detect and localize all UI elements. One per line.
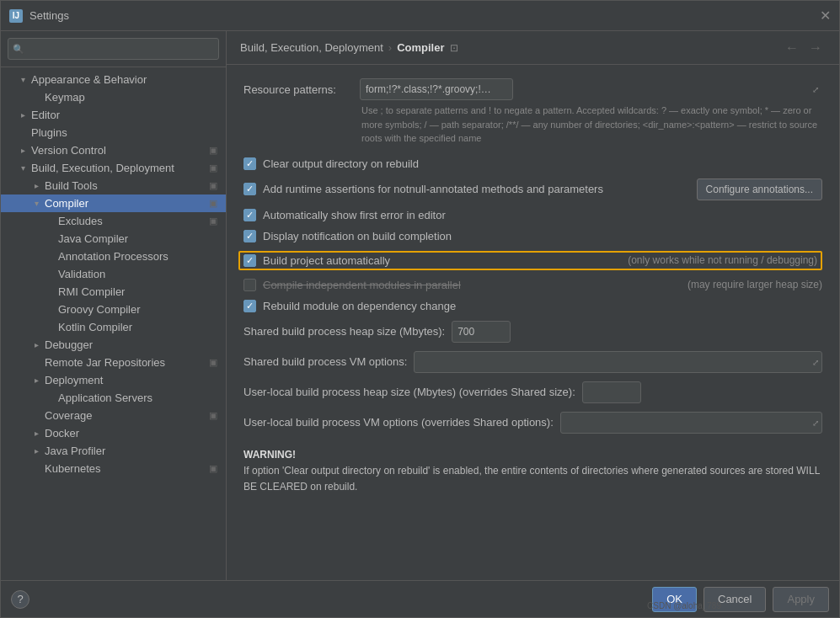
shared-vm-input-wrap: ⤢: [414, 351, 822, 373]
sidebar-item-label: Kubernetes: [45, 462, 101, 475]
check-row-runtime-assertions: ✓ Add runtime assertions for notnull-ann…: [243, 178, 822, 200]
sidebar-item-build-exec-deploy[interactable]: Build, Execution, Deployment ▣: [1, 159, 226, 177]
sidebar-item-label: Kotlin Compiler: [58, 321, 132, 333]
user-vm-input[interactable]: [560, 412, 822, 434]
breadcrumb: Build, Execution, Deployment › Compiler …: [240, 41, 458, 54]
pin-icon[interactable]: ⊡: [450, 42, 458, 54]
sidebar-item-label: Keymap: [45, 91, 85, 104]
sidebar-item-kubernetes[interactable]: Kubernetes ▣: [1, 460, 226, 477]
check-label-build-auto: Build project automatically: [263, 254, 390, 267]
check-row-build-auto: ✓ Build project automatically (only work…: [238, 251, 822, 270]
check-row-display-notification: ✓ Display notification on build completi…: [243, 230, 822, 242]
resource-input-wrap: ⤢: [360, 78, 822, 100]
close-button[interactable]: ✕: [820, 9, 831, 23]
badge-icon: ▣: [207, 162, 219, 174]
sidebar-item-label: Deployment: [45, 374, 103, 386]
sidebar-item-kotlin-compiler[interactable]: Kotlin Compiler: [1, 318, 226, 336]
search-wrap: [8, 38, 219, 60]
sidebar-item-validation[interactable]: Validation: [1, 265, 226, 283]
warning-title: WARNING!: [243, 447, 822, 463]
sidebar-item-plugins[interactable]: Plugins: [1, 124, 226, 141]
user-vm-expand-icon[interactable]: ⤢: [812, 418, 819, 427]
breadcrumb-parent: Build, Execution, Deployment: [240, 41, 383, 54]
nav-arrows: ← →: [782, 39, 826, 57]
check-label-runtime-assertions: Add runtime assertions for notnull-annot…: [263, 183, 603, 195]
help-button[interactable]: ?: [11, 590, 29, 609]
sidebar-item-java-compiler[interactable]: Java Compiler: [1, 230, 226, 248]
checkbox-display-notification[interactable]: ✓: [243, 230, 256, 242]
badge-icon: ▣: [207, 198, 219, 210]
title-bar-left: IJ Settings: [9, 9, 69, 23]
checkbox-runtime-assertions[interactable]: ✓: [243, 183, 256, 195]
breadcrumb-separator: ›: [388, 41, 392, 54]
user-vm-row: User-local build process VM options (ove…: [243, 412, 822, 434]
sidebar-item-label: Coverage: [45, 409, 92, 422]
sidebar-item-java-profiler[interactable]: Java Profiler: [1, 442, 226, 460]
shared-heap-row: Shared build process heap size (Mbytes):: [243, 321, 822, 343]
resource-patterns-input[interactable]: [360, 78, 513, 100]
apply-button[interactable]: Apply: [773, 587, 829, 612]
settings-content: Resource patterns: ⤢ Use ; to separate p…: [227, 65, 839, 580]
user-heap-row: User-local build process heap size (Mbyt…: [243, 381, 822, 403]
user-heap-input[interactable]: [582, 381, 641, 403]
dialog-title: Settings: [29, 9, 69, 22]
sidebar-item-label: Excludes: [58, 215, 103, 227]
sidebar-item-label: Application Servers: [58, 392, 152, 404]
sidebar-item-coverage[interactable]: Coverage ▣: [1, 407, 226, 424]
sidebar-item-appearance[interactable]: Appearance & Behavior: [1, 71, 226, 88]
sidebar-item-label: Appearance & Behavior: [31, 73, 147, 86]
checkbox-compile-parallel[interactable]: [243, 279, 256, 291]
sidebar-item-label: Editor: [31, 109, 60, 121]
sidebar-item-label: Plugins: [31, 126, 67, 139]
sidebar-item-excludes[interactable]: Excludes ▣: [1, 212, 226, 230]
vm-expand-icon[interactable]: ⤢: [812, 357, 819, 366]
sidebar-item-build-tools[interactable]: Build Tools ▣: [1, 177, 226, 194]
checkbox-build-auto[interactable]: ✓: [243, 254, 256, 267]
sidebar-item-docker[interactable]: Docker: [1, 424, 226, 442]
sidebar-item-deployment[interactable]: Deployment: [1, 371, 226, 389]
sidebar-item-label: Version Control: [31, 144, 106, 157]
sidebar: Appearance & Behavior Keymap Editor Plug…: [1, 31, 227, 580]
checkbox-clear-output[interactable]: ✓: [243, 157, 256, 170]
sidebar-item-keymap[interactable]: Keymap: [1, 88, 226, 106]
nav-forward-button[interactable]: →: [805, 39, 826, 57]
sidebar-item-editor[interactable]: Editor: [1, 106, 226, 124]
expand-icon[interactable]: ⤢: [812, 85, 819, 94]
badge-icon: ▣: [207, 145, 219, 157]
content-area: Appearance & Behavior Keymap Editor Plug…: [1, 31, 839, 580]
sidebar-item-debugger[interactable]: Debugger: [1, 336, 226, 354]
sidebar-item-rmi-compiler[interactable]: RMI Compiler: [1, 283, 226, 301]
sidebar-item-annotation-processors[interactable]: Annotation Processors: [1, 248, 226, 265]
breadcrumb-bar: Build, Execution, Deployment › Compiler …: [227, 31, 839, 65]
sidebar-item-application-servers[interactable]: Application Servers: [1, 389, 226, 407]
shared-heap-label: Shared build process heap size (Mbytes):: [243, 325, 445, 338]
search-box: [1, 31, 226, 67]
check-row-compile-parallel: Compile independent modules in parallel …: [243, 279, 822, 291]
sidebar-item-compiler[interactable]: Compiler ▣: [1, 194, 226, 212]
configure-annotations-button[interactable]: Configure annotations...: [697, 178, 822, 200]
sidebar-item-label: Java Profiler: [45, 445, 105, 457]
shared-vm-input[interactable]: [414, 351, 822, 373]
shared-heap-input[interactable]: [452, 321, 511, 343]
app-icon: IJ: [9, 9, 23, 23]
sidebar-item-label: Build, Execution, Deployment: [31, 162, 174, 174]
checkbox-rebuild-module[interactable]: ✓: [243, 300, 256, 312]
arrow-icon: [31, 429, 41, 438]
user-vm-input-wrap: ⤢: [560, 412, 822, 434]
nav-back-button[interactable]: ←: [782, 39, 802, 57]
arrow-icon: [31, 181, 41, 190]
arrow-icon: [18, 75, 28, 84]
check-aside-compile-parallel: (may require larger heap size): [688, 279, 822, 290]
search-input[interactable]: [8, 38, 219, 60]
sidebar-item-remote-jar-repos[interactable]: Remote Jar Repositories ▣: [1, 354, 226, 371]
sidebar-item-version-control[interactable]: Version Control ▣: [1, 141, 226, 159]
check-row-clear-output: ✓ Clear output directory on rebuild: [243, 157, 822, 170]
badge-icon: ▣: [207, 180, 219, 192]
shared-vm-row: Shared build process VM options: ⤢: [243, 351, 822, 373]
checkbox-auto-show-error[interactable]: ✓: [243, 209, 256, 221]
check-label-rebuild-module: Rebuild module on dependency change: [263, 300, 456, 312]
arrow-icon: [31, 199, 41, 208]
sidebar-item-groovy-compiler[interactable]: Groovy Compiler: [1, 301, 226, 318]
check-aside-build-auto: (only works while not running / debuggin…: [628, 254, 817, 266]
sidebar-item-label: Compiler: [45, 197, 88, 210]
